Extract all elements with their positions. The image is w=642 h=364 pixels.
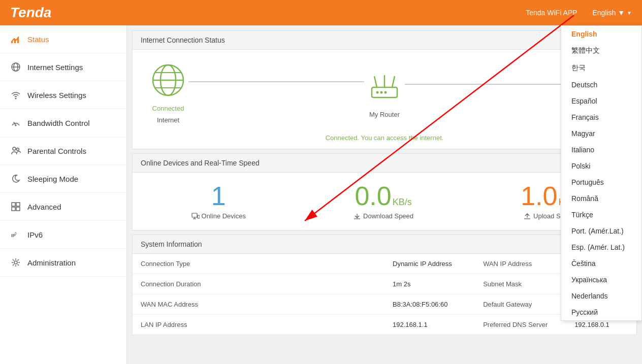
logo: Tenda — [10, 5, 51, 21]
svg-line-26 — [392, 76, 395, 87]
globe-icon — [10, 61, 21, 73]
svg-point-6 — [15, 98, 17, 100]
sys-label: WAN MAC Address — [133, 294, 384, 315]
language-option[interactable]: 繁體中文 — [561, 42, 641, 59]
language-option[interactable]: Українська — [561, 272, 641, 288]
language-option[interactable]: 한국 — [561, 59, 641, 77]
svg-rect-1 — [14, 39, 16, 43]
layout: Status Internet Settings Wi — [0, 25, 642, 364]
sidebar-label-ipv6: IPv6 — [27, 230, 43, 239]
language-option[interactable]: Español — [561, 93, 641, 109]
internet-icon — [148, 60, 188, 101]
sidebar-item-internet-settings[interactable]: Internet Settings — [0, 53, 126, 81]
sys-value: 192.168.1.1 — [384, 315, 475, 335]
sidebar-item-administration[interactable]: Administration — [0, 249, 126, 277]
chart-icon — [10, 34, 21, 45]
upload-speed-value: 1.0 — [521, 183, 557, 209]
conn-line-1 — [188, 81, 364, 82]
language-option[interactable]: English — [561, 26, 641, 42]
language-option[interactable]: Magyar — [561, 125, 641, 142]
download-icon — [353, 213, 361, 220]
svg-rect-11 — [12, 203, 15, 206]
internet-label: Internet — [157, 116, 179, 124]
language-option[interactable]: Română — [561, 190, 641, 207]
sys-label: Subnet Mask — [475, 274, 566, 294]
language-dropdown: English繁體中文한국DeutschEspañolFrançaisMagya… — [561, 25, 642, 321]
language-option[interactable]: Nederlands — [561, 288, 641, 304]
sys-value: B8:3A:08:F5:06:60 — [384, 294, 475, 315]
sidebar-label-advanced: Advanced — [27, 203, 61, 211]
sidebar-item-advanced[interactable]: Advanced — [0, 193, 126, 221]
sys-label: Connection Type — [133, 254, 384, 274]
header-right: Tenda WiFi APP English ▼ — [526, 9, 632, 17]
sys-value: Dynamic IP Address — [384, 254, 475, 274]
language-option[interactable]: Русский — [561, 304, 641, 320]
sidebar-label-parental: Parental Controls — [27, 147, 86, 155]
svg-rect-14 — [16, 207, 20, 211]
language-option[interactable]: Português — [561, 174, 641, 190]
sidebar-item-parental-controls[interactable]: Parental Controls — [0, 137, 126, 165]
app-label: Tenda WiFi APP — [526, 9, 577, 17]
svg-point-17 — [14, 261, 17, 264]
download-label: Download Speed — [353, 212, 413, 220]
language-option[interactable]: Port. (Amér.Lat.) — [561, 223, 641, 239]
download-unit: KB/s — [393, 197, 412, 208]
language-option[interactable]: Deutsch — [561, 77, 641, 93]
router-icon — [364, 66, 405, 107]
sys-label: Preferred DNS Server — [475, 315, 566, 335]
online-devices-count: 1 — [211, 183, 226, 209]
sidebar-label-bandwidth: Bandwidth Control — [27, 119, 90, 127]
header: Tenda Tenda WiFi APP English ▼ — [0, 0, 642, 25]
router-label: My Router — [369, 111, 400, 118]
svg-rect-0 — [11, 41, 13, 43]
sys-label: WAN IP Address — [475, 254, 566, 274]
sys-label: Connection Duration — [133, 274, 384, 294]
language-option[interactable]: Türkçe — [561, 207, 641, 223]
online-devices-icon — [191, 213, 200, 220]
language-button[interactable]: English ▼ — [592, 9, 632, 17]
svg-rect-37 — [192, 213, 197, 217]
sidebar-item-ipv6[interactable]: IP 6 IPv6 — [0, 221, 126, 249]
sidebar: Status Internet Settings Wi — [0, 25, 127, 364]
language-option[interactable]: Italiano — [561, 142, 641, 158]
svg-rect-13 — [12, 207, 15, 211]
svg-point-10 — [17, 148, 19, 151]
language-option[interactable]: Čeština — [561, 255, 641, 272]
download-speed-value: 0.0 — [355, 183, 391, 209]
language-option[interactable]: Esp. (Amér. Lat.) — [561, 239, 641, 255]
sidebar-item-bandwidth-control[interactable]: Bandwidth Control — [0, 109, 126, 137]
upload-icon — [523, 213, 531, 220]
svg-rect-12 — [16, 203, 20, 206]
svg-text:6: 6 — [15, 231, 17, 235]
sys-label: Default Gateway — [475, 294, 566, 315]
download-speed-item: 0.0 KB/s Download Speed — [353, 183, 413, 220]
online-devices-item: 1 Online Devices — [191, 183, 246, 220]
svg-point-9 — [13, 147, 16, 150]
language-option[interactable]: Polski — [561, 158, 641, 174]
language-option[interactable]: Français — [561, 109, 641, 125]
sleep-icon — [10, 173, 21, 184]
svg-point-28 — [380, 91, 383, 93]
sidebar-label-internet: Internet Settings — [27, 63, 83, 72]
sidebar-item-status[interactable]: Status — [0, 25, 126, 53]
sidebar-label-status: Status — [27, 35, 49, 44]
sidebar-item-sleeping-mode[interactable]: Sleeping Mode — [0, 165, 126, 193]
router-item: My Router — [364, 66, 405, 118]
sidebar-item-wireless-settings[interactable]: Wireless Settings — [0, 81, 126, 109]
svg-point-8 — [15, 125, 17, 126]
sys-value: 1m 2s — [384, 274, 475, 294]
grid-icon — [10, 201, 21, 212]
sidebar-label-wireless: Wireless Settings — [27, 91, 86, 100]
internet-item: Connected Internet — [148, 60, 188, 124]
connected-text: Connected — [152, 105, 184, 112]
svg-point-27 — [376, 91, 379, 93]
sidebar-label-admin: Administration — [27, 258, 76, 267]
ipv6-icon: IP 6 — [10, 229, 21, 240]
svg-point-29 — [384, 91, 387, 93]
sys-label: LAN IP Address — [133, 315, 384, 335]
svg-line-24 — [374, 76, 377, 87]
svg-rect-2 — [17, 38, 19, 43]
wifi-icon — [10, 89, 21, 101]
conn-line-2 — [405, 84, 581, 85]
gear-icon — [10, 257, 21, 268]
